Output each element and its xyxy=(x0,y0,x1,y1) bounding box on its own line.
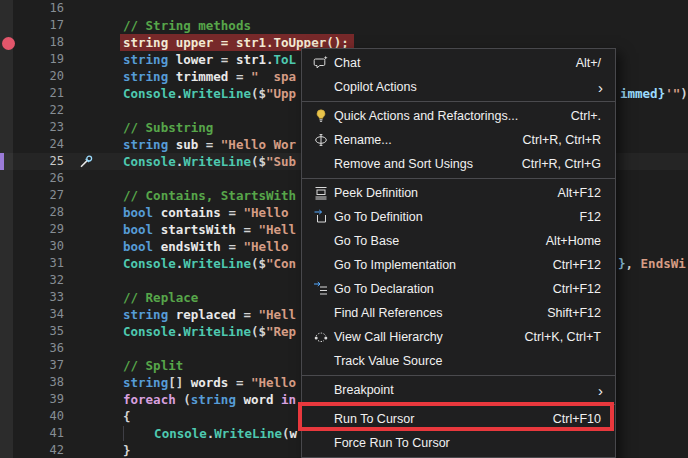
code-text: // String methods xyxy=(123,17,251,34)
line-number: 38 xyxy=(0,374,64,391)
menu-item-chat[interactable]: ChatAlt+/ xyxy=(302,51,615,75)
view-call-hierarchy-icon xyxy=(310,329,332,345)
code-segment: bool xyxy=(123,205,153,220)
line-number: 16 xyxy=(0,0,64,17)
code-segment: string xyxy=(123,307,168,322)
line-number: 41 xyxy=(0,425,64,442)
menu-item-view-call-hierarchy[interactable]: View Call HierarchyCtrl+K, Ctrl+T xyxy=(302,325,615,349)
code-line-16[interactable]: 16 xyxy=(0,0,688,17)
code-segment: // Replace xyxy=(123,290,198,305)
code-segment: // Substring xyxy=(123,120,213,135)
code-segment: "Hello xyxy=(243,239,296,254)
menu-shortcut: Ctrl+. xyxy=(571,109,615,123)
code-segment xyxy=(274,392,282,407)
code-segment: "Hello Wor xyxy=(221,137,296,152)
menu-shortcut: Ctrl+R, Ctrl+G xyxy=(522,157,615,171)
code-segment xyxy=(168,69,176,84)
code-text: Console.WriteLine($"Sub xyxy=(123,153,296,170)
menu-item-label: Quick Actions and Refactorings... xyxy=(332,109,571,123)
gutter-slot xyxy=(64,187,123,204)
code-editor-screen: 1617// String methods18string upper = st… xyxy=(0,0,688,458)
code-segment: = xyxy=(228,375,251,390)
code-segment: string xyxy=(123,52,168,67)
menu-item-remove-and-sort-usings[interactable]: Remove and Sort UsingsCtrl+R, Ctrl+G xyxy=(302,152,615,176)
line-number: 29 xyxy=(0,221,64,238)
gutter-slot xyxy=(64,51,123,68)
code-segment: string xyxy=(123,137,168,152)
menu-item-go-to-implementation[interactable]: Go To ImplementationCtrl+F12 xyxy=(302,253,615,277)
line-number: 20 xyxy=(0,68,64,85)
code-text: string sub = "Hello Wor xyxy=(123,136,296,153)
code-segment: words xyxy=(191,375,229,390)
menu-shortcut: Alt+Home xyxy=(546,234,615,248)
code-segment: "Rep xyxy=(266,324,296,339)
code-segment: = xyxy=(213,52,236,67)
line-number: 19 xyxy=(0,51,64,68)
menu-item-rename[interactable]: Rename...Ctrl+R, Ctrl+R xyxy=(302,128,615,152)
menu-shortcut: Ctrl+F12 xyxy=(553,282,615,296)
code-segment: "Upp xyxy=(266,86,296,101)
code-segment: endsWith xyxy=(161,239,221,254)
code-fragment-line-31: }, EndsWi xyxy=(618,255,686,272)
breakpoint-icon[interactable] xyxy=(2,37,15,50)
gutter-slot xyxy=(64,0,123,17)
gutter-slot xyxy=(64,391,123,408)
code-segment: WriteLine xyxy=(183,324,251,339)
line-number: 36 xyxy=(0,340,64,357)
menu-item-go-to-base[interactable]: Go To BaseAlt+Home xyxy=(302,229,615,253)
line-number: 28 xyxy=(0,204,64,221)
menu-item-label: Chat xyxy=(332,56,576,70)
line-number: 24 xyxy=(0,136,64,153)
menu-shortcut: Ctrl+R, Ctrl+R xyxy=(523,133,615,147)
menu-item-copilot-actions[interactable]: Copilot Actions› xyxy=(302,75,615,99)
code-text: Console.WriteLine($"Upp xyxy=(123,85,296,102)
line-number: 34 xyxy=(0,306,64,323)
code-segment: = xyxy=(236,307,259,322)
menu-item-go-to-declaration[interactable]: Go To DeclarationCtrl+F12 xyxy=(302,277,615,301)
menu-item-peek-definition[interactable]: Peek DefinitionAlt+F12 xyxy=(302,181,615,205)
gutter-slot xyxy=(64,85,123,102)
gutter-slot xyxy=(64,34,123,51)
line-number: 25 xyxy=(0,153,64,170)
menu-item-label: Rename... xyxy=(332,133,523,147)
code-segment: startsWith xyxy=(161,222,236,237)
code-segment xyxy=(168,52,176,67)
menu-item-track-value-source[interactable]: Track Value Source xyxy=(302,349,615,373)
menu-item-label: Force Run To Cursor xyxy=(332,436,601,450)
code-segment: // String methods xyxy=(123,18,251,33)
gutter-slot xyxy=(64,119,123,136)
gutter-slot xyxy=(64,306,123,323)
gutter-slot xyxy=(64,408,123,425)
line-number: 40 xyxy=(0,408,64,425)
code-text: string lower = str1.ToL xyxy=(123,51,296,68)
code-segment: " spa xyxy=(251,69,296,84)
menu-item-go-to-definition[interactable]: Go To DefinitionF12 xyxy=(302,205,615,229)
code-segment: { xyxy=(123,409,131,424)
code-line-17[interactable]: 17// String methods xyxy=(0,17,688,34)
code-segment: string xyxy=(123,375,168,390)
code-segment: = xyxy=(236,222,259,237)
gutter-slot xyxy=(64,425,123,442)
go-to-definition-icon xyxy=(310,209,332,225)
gutter-slot xyxy=(64,442,123,458)
code-segment: } xyxy=(618,256,626,271)
code-text: // Replace xyxy=(123,289,198,306)
menu-separator xyxy=(302,101,615,102)
code-segment xyxy=(168,137,176,152)
menu-item-quick-actions-and-refactorings[interactable]: Quick Actions and Refactorings...Ctrl+. xyxy=(302,104,615,128)
menu-item-breakpoint[interactable]: Breakpoint› xyxy=(302,378,615,402)
code-text: // Substring xyxy=(123,119,213,136)
code-segment: Console xyxy=(154,426,207,441)
code-segment: = xyxy=(221,205,244,220)
code-segment: , xyxy=(626,256,634,271)
code-segment: WriteLine xyxy=(183,154,251,169)
menu-item-force-run-to-cursor[interactable]: Force Run To Cursor xyxy=(302,431,615,455)
code-segment: str1 xyxy=(236,52,266,67)
menu-item-label: Find All References xyxy=(332,306,547,320)
code-segment xyxy=(123,426,154,441)
code-segment: in xyxy=(281,392,296,407)
menu-shortcut: Shift+F12 xyxy=(547,306,615,320)
code-segment: "Hell xyxy=(258,307,296,322)
gutter-slot xyxy=(64,272,123,289)
menu-item-find-all-references[interactable]: Find All ReferencesShift+F12 xyxy=(302,301,615,325)
